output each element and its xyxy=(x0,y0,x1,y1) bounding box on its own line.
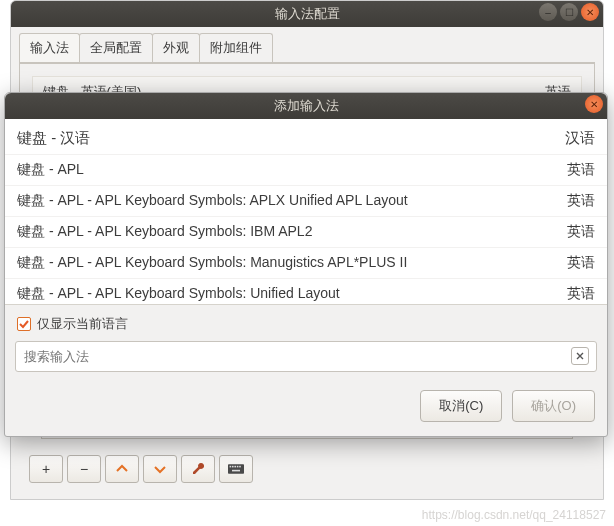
list-item[interactable]: 键盘 - APL - APL Keyboard Symbols: APLX Un… xyxy=(5,186,607,217)
svg-rect-5 xyxy=(239,466,241,468)
svg-rect-3 xyxy=(234,466,236,468)
keyboard-icon xyxy=(228,461,244,477)
list-item[interactable]: 键盘 - 汉语汉语 xyxy=(5,119,607,155)
cancel-button[interactable]: 取消(C) xyxy=(420,390,502,422)
minimize-button[interactable]: – xyxy=(539,3,557,21)
clear-search-button[interactable] xyxy=(571,347,589,365)
window-titlebar: 输入法配置 – ☐ ✕ xyxy=(11,1,603,27)
move-up-button[interactable] xyxy=(105,455,139,483)
svg-rect-1 xyxy=(230,466,232,468)
search-input[interactable] xyxy=(15,341,597,372)
list-item[interactable]: 键盘 - APL - APL Keyboard Symbols: IBM APL… xyxy=(5,217,607,248)
dialog-title: 添加输入法 xyxy=(5,97,607,115)
toolbar: + − xyxy=(29,455,253,483)
backspace-icon xyxy=(575,351,585,361)
remove-button[interactable]: − xyxy=(67,455,101,483)
list-item[interactable]: 键盘 - APL - APL Keyboard Symbols: Unified… xyxy=(5,279,607,305)
settings-button[interactable] xyxy=(181,455,215,483)
watermark: https://blog.csdn.net/qq_24118527 xyxy=(422,508,606,522)
svg-rect-6 xyxy=(232,470,240,472)
svg-rect-4 xyxy=(237,466,239,468)
move-down-button[interactable] xyxy=(143,455,177,483)
tab-appearance[interactable]: 外观 xyxy=(152,33,200,62)
tab-input-method[interactable]: 输入法 xyxy=(19,33,80,62)
window-title: 输入法配置 xyxy=(11,5,603,23)
tab-bar: 输入法 全局配置 外观 附加组件 xyxy=(19,33,595,63)
add-button[interactable]: + xyxy=(29,455,63,483)
add-input-method-dialog: 添加输入法 ✕ 键盘 - 汉语汉语 键盘 - APL英语 键盘 - APL - … xyxy=(4,92,608,437)
chevron-up-icon xyxy=(114,461,130,477)
wrench-icon xyxy=(190,461,206,477)
list-item[interactable]: 键盘 - APL英语 xyxy=(5,155,607,186)
search-wrap xyxy=(15,341,597,372)
only-current-lang-label: 仅显示当前语言 xyxy=(37,315,128,333)
tab-addons[interactable]: 附加组件 xyxy=(199,33,273,62)
dialog-buttons: 取消(C) 确认(O) xyxy=(5,384,607,436)
svg-rect-2 xyxy=(232,466,234,468)
only-current-lang-row[interactable]: 仅显示当前语言 xyxy=(5,305,607,341)
only-current-lang-checkbox[interactable] xyxy=(17,317,31,331)
close-button[interactable]: ✕ xyxy=(581,3,599,21)
check-icon xyxy=(19,319,29,329)
ok-button[interactable]: 确认(O) xyxy=(512,390,595,422)
svg-rect-0 xyxy=(228,464,244,474)
input-method-list[interactable]: 键盘 - 汉语汉语 键盘 - APL英语 键盘 - APL - APL Keyb… xyxy=(5,119,607,305)
dialog-titlebar: 添加输入法 ✕ xyxy=(5,93,607,119)
dialog-close-button[interactable]: ✕ xyxy=(585,95,603,113)
tab-global-config[interactable]: 全局配置 xyxy=(79,33,153,62)
chevron-down-icon xyxy=(152,461,168,477)
keyboard-button[interactable] xyxy=(219,455,253,483)
maximize-button[interactable]: ☐ xyxy=(560,3,578,21)
list-item[interactable]: 键盘 - APL - APL Keyboard Symbols: Manugis… xyxy=(5,248,607,279)
